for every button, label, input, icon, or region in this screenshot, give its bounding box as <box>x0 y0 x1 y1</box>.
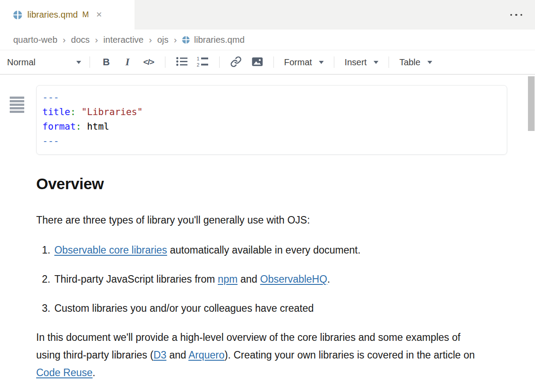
toolbar-divider <box>165 56 165 68</box>
image-icon <box>251 56 263 68</box>
list-item[interactable]: 1. Observable core libraries automatical… <box>36 241 483 259</box>
yaml-metadata-block[interactable]: --- title: "Libraries" format: html --- <box>36 85 507 155</box>
chevron-separator-icon: › <box>174 34 177 45</box>
list-item[interactable]: 3. Custom libraries you and/or your coll… <box>36 299 483 317</box>
italic-button[interactable]: I <box>120 54 135 70</box>
page-title[interactable]: Overview <box>36 175 483 193</box>
link-code-reuse[interactable]: Code Reuse <box>36 367 93 378</box>
toolbar-divider <box>219 56 220 68</box>
list-number: 3. <box>42 299 50 317</box>
toolbar-divider <box>334 56 334 68</box>
paragraph-style-dropdown[interactable]: Normal <box>6 57 84 67</box>
list-item-text: Observable core libraries automatically … <box>54 241 360 259</box>
overflow-menu-icon[interactable] <box>509 11 524 19</box>
link-arquero[interactable]: Arquero <box>188 349 224 361</box>
list-number: 1. <box>42 241 50 259</box>
list-number: 2. <box>42 270 50 288</box>
modified-badge: M <box>82 10 89 19</box>
list-item-text: Third-party JavaScript libraries from np… <box>54 270 330 288</box>
chevron-down-icon <box>319 61 324 64</box>
toolbar-divider <box>273 56 274 68</box>
chevron-down-icon <box>76 61 81 64</box>
breadcrumb-item-quarto-web[interactable]: quarto-web <box>13 35 57 45</box>
toolbar-divider <box>389 56 389 68</box>
vertical-scrollbar-thumb[interactable] <box>528 76 535 131</box>
bold-button[interactable]: B <box>99 54 113 70</box>
tab-bar: libraries.qmd M ✕ <box>0 0 535 30</box>
link-npm[interactable]: npm <box>218 273 238 285</box>
breadcrumb: quarto-web › docs › interactive › ojs › … <box>0 30 535 50</box>
bullet-list-icon <box>176 56 188 68</box>
image-button[interactable] <box>250 54 264 70</box>
breadcrumb-item-ojs[interactable]: ojs <box>157 35 168 45</box>
yaml-line-format: format: html <box>42 119 500 134</box>
editor-tab[interactable]: libraries.qmd M ✕ <box>0 0 135 30</box>
breadcrumb-item-file[interactable]: libraries.qmd <box>182 35 244 45</box>
document-body: Overview There are three types of librar… <box>36 175 483 381</box>
library-types-list: 1. Observable core libraries automatical… <box>36 241 483 317</box>
quarto-icon <box>13 11 22 19</box>
numbered-list-button[interactable]: 1 2 <box>196 54 210 70</box>
formatting-toolbar: Normal B I </> 1 2 <box>0 50 535 75</box>
insert-menu[interactable]: Insert <box>344 57 378 67</box>
list-item[interactable]: 2. Third-party JavaScript libraries from… <box>36 270 483 288</box>
editor-canvas: --- title: "Libraries" format: html --- … <box>0 85 535 392</box>
link-icon <box>230 56 242 69</box>
table-menu[interactable]: Table <box>399 57 432 67</box>
link-button[interactable] <box>229 54 243 70</box>
breadcrumb-file-label: libraries.qmd <box>194 35 244 45</box>
quarto-icon <box>182 36 190 44</box>
yaml-line-title: title: "Libraries" <box>42 105 500 119</box>
numbered-list-icon: 1 2 <box>197 56 209 68</box>
bullet-list-button[interactable] <box>175 54 189 70</box>
chevron-separator-icon: › <box>95 34 98 45</box>
breadcrumb-item-docs[interactable]: docs <box>71 35 90 45</box>
svg-text:2: 2 <box>197 62 199 67</box>
breadcrumb-item-interactive[interactable]: interactive <box>103 35 143 45</box>
close-icon[interactable]: ✕ <box>96 11 102 19</box>
chevron-separator-icon: › <box>63 34 66 45</box>
block-outline-icon[interactable] <box>10 97 24 113</box>
link-observablehq[interactable]: ObservableHQ <box>260 273 327 285</box>
chevron-down-icon <box>427 61 432 64</box>
code-button[interactable]: </> <box>142 54 156 70</box>
chevron-down-icon <box>374 61 378 64</box>
yaml-delimiter: --- <box>42 134 500 149</box>
paragraph-style-value: Normal <box>7 57 35 67</box>
format-menu[interactable]: Format <box>284 57 324 67</box>
link-d3[interactable]: D3 <box>153 349 166 361</box>
chevron-separator-icon: › <box>149 34 152 45</box>
closing-paragraph[interactable]: In this document we'll provide a high-le… <box>36 329 483 381</box>
link-observable-core-libraries[interactable]: Observable core libraries <box>54 244 167 256</box>
list-item-text: Custom libraries you and/or your colleag… <box>54 299 314 317</box>
tab-title: libraries.qmd <box>27 10 78 20</box>
svg-text:1: 1 <box>197 56 199 61</box>
yaml-delimiter: --- <box>42 90 500 105</box>
toolbar-divider <box>90 56 90 68</box>
intro-paragraph[interactable]: There are three types of library you'll … <box>36 211 483 229</box>
